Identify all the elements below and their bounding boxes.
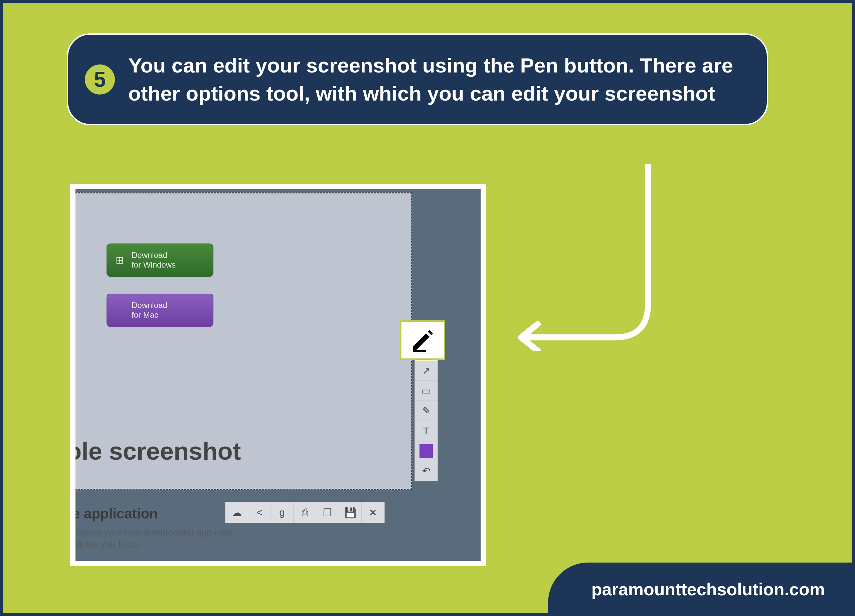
partial-heading: ole screenshot <box>75 437 241 465</box>
download-windows-button[interactable]: ⊞ Download for Windows <box>107 244 213 277</box>
color-tool[interactable] <box>415 441 438 461</box>
download-mac-label: Download for Mac <box>132 301 167 320</box>
text-tool[interactable]: T <box>415 421 438 441</box>
pen-tool-callout <box>400 320 445 360</box>
save-button[interactable]: 💾 <box>339 502 362 523</box>
connector-arrow <box>501 164 665 351</box>
google-button[interactable]: g <box>271 502 294 523</box>
partial-desc: Having your non-downloaded app over allo… <box>75 527 233 551</box>
download-mac-button[interactable]: Download for Mac <box>107 294 213 327</box>
windows-icon: ⊞ <box>113 254 126 266</box>
download-windows-label: Download for Windows <box>132 251 176 270</box>
side-toolbar: Pen ↗ ▭ ✎ T ↶ <box>414 349 438 481</box>
screenshot-content: ⊞ Download for Windows Download for Mac … <box>75 189 481 561</box>
cloud-upload-button[interactable]: ☁ <box>225 502 248 523</box>
undo-tool[interactable]: ↶ <box>415 461 438 481</box>
instruction-box: 5 You can edit your screenshot using the… <box>67 34 768 125</box>
arrow-tool[interactable]: ↗ <box>415 361 438 381</box>
copy-button[interactable]: ❐ <box>316 502 339 523</box>
svg-rect-0 <box>413 350 426 352</box>
partial-subheading: e application <box>75 506 158 522</box>
marker-tool[interactable]: ✎ <box>415 401 438 421</box>
apple-icon <box>113 304 126 316</box>
print-button[interactable]: ⎙ <box>294 502 316 523</box>
bottom-toolbar: ☁ < g ⎙ ❐ 💾 ✕ <box>225 502 385 523</box>
pen-icon <box>409 327 436 354</box>
rectangle-tool[interactable]: ▭ <box>415 381 438 401</box>
footer-url: paramounttechsolution.com <box>548 562 852 613</box>
color-swatch <box>420 444 433 458</box>
instruction-text: You can edit your screenshot using the P… <box>128 51 743 107</box>
share-button[interactable]: < <box>248 502 271 523</box>
close-button[interactable]: ✕ <box>362 502 385 523</box>
selection-area: ⊞ Download for Windows Download for Mac … <box>75 192 412 490</box>
step-number-badge: 5 <box>85 64 115 95</box>
screenshot-frame: ⊞ Download for Windows Download for Mac … <box>70 184 486 566</box>
